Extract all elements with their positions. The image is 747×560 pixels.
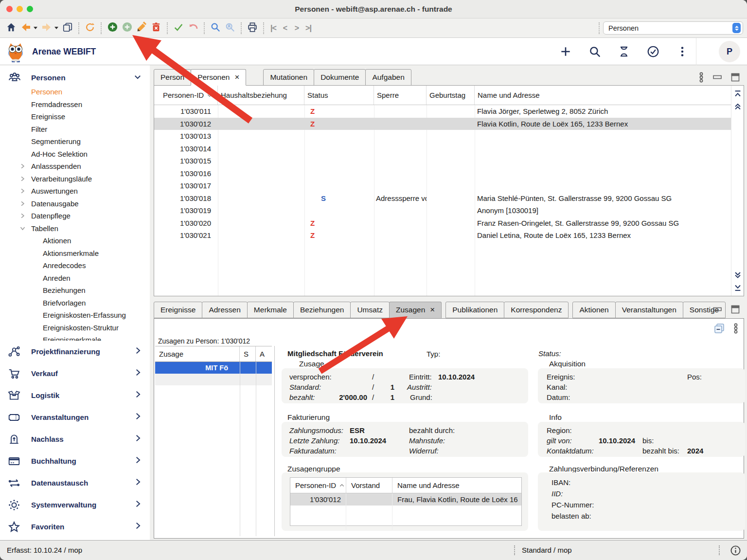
- sidebar-group-projektfinanzierung[interactable]: Projektfinanzierung: [0, 341, 150, 362]
- panel-options-dots-icon[interactable]: [733, 323, 739, 336]
- tab-mutationen[interactable]: Mutationen: [263, 69, 314, 86]
- tab-dokumente[interactable]: Dokumente: [314, 69, 366, 86]
- scroll-to-top-icon[interactable]: [733, 90, 742, 98]
- sidebar-group-nachlass[interactable]: Nachlass: [0, 428, 150, 450]
- forward-button[interactable]: [39, 21, 54, 36]
- sidebar-item-beziehungen[interactable]: Beziehungen: [0, 284, 150, 297]
- sidebar-item-datenpflege[interactable]: Datenpflege: [0, 210, 150, 222]
- tasks-check-button[interactable]: [647, 45, 659, 58]
- page-up-icon[interactable]: [733, 102, 742, 111]
- sidebar-item-ereignismerkmale[interactable]: Ereignismerkmale: [0, 334, 150, 341]
- table-row-selected[interactable]: 1'030'012ZFlavia Kotlin, Route de Loëx 1…: [154, 118, 731, 130]
- column-header-personen-id[interactable]: Personen-ID: [290, 478, 346, 493]
- table-row[interactable]: 1'030'020ZFranz Rasen-Oringelet, St. Gal…: [154, 217, 731, 230]
- tab-aktionen[interactable]: Aktionen: [572, 302, 615, 318]
- tab-publikationen[interactable]: Publikationen: [445, 302, 504, 318]
- sidebar-item-fremdadressen[interactable]: Fremdadressen: [0, 98, 150, 111]
- sidebar-item-datenausgabe[interactable]: Datenausgabe: [0, 198, 150, 210]
- tab-korrespondenz[interactable]: Korrespondenz: [504, 302, 569, 318]
- sidebar-group-buchhaltung[interactable]: Buchhaltung: [0, 450, 150, 472]
- print-button[interactable]: [245, 21, 260, 36]
- list-column-a[interactable]: A: [256, 346, 272, 361]
- new-record-button[interactable]: [105, 21, 120, 36]
- edit-button[interactable]: [134, 21, 149, 36]
- search-button[interactable]: [208, 21, 223, 36]
- sidebar-item-briefvorlagen[interactable]: Briefvorlagen: [0, 297, 150, 309]
- sidebar-item-anreden[interactable]: Anreden: [0, 272, 150, 285]
- zusagengruppe-row-selected[interactable]: 1'030'012 Frau, Flavia Kotlin, Route de …: [290, 493, 521, 506]
- zusagen-list-row-selected[interactable]: MIT Fö: [155, 362, 272, 374]
- tab-zusagen[interactable]: Zusagen×: [389, 302, 442, 318]
- info-icon[interactable]: [730, 545, 741, 558]
- sidebar-item-ereigniskosten-erfassung[interactable]: Ereigniskosten-Erfassung: [0, 309, 150, 322]
- next-record-button[interactable]: >: [291, 21, 302, 36]
- sidebar-item-ereignisse[interactable]: Ereignisse: [0, 110, 150, 123]
- column-header-geburtstag[interactable]: Geburtstag: [427, 86, 475, 105]
- column-header-personen-id[interactable]: Personen-ID: [154, 86, 218, 105]
- collapse-panel-icon[interactable]: [713, 323, 725, 336]
- kebab-menu-button[interactable]: [676, 45, 689, 58]
- sidebar-group-verkauf[interactable]: Verkauf: [0, 362, 150, 384]
- column-header-vorstand[interactable]: Vorstand: [346, 478, 392, 493]
- tab-personen[interactable]: Personen×: [191, 69, 246, 86]
- context-select[interactable]: Personen: [603, 21, 743, 35]
- history-hourglass-button[interactable]: [618, 45, 630, 58]
- sidebar-group-datenaustausch[interactable]: Datenaustausch: [0, 472, 150, 494]
- global-search-button[interactable]: [588, 45, 601, 58]
- search-person-button[interactable]: [223, 21, 237, 36]
- table-row[interactable]: 1'030'021ZDaniel Letina, Route de Loëx 1…: [154, 229, 731, 242]
- panel-options-dots-icon[interactable]: [698, 72, 704, 85]
- scroll-to-bottom-icon[interactable]: [733, 283, 742, 292]
- column-header-name-und-adresse[interactable]: Name und Adresse: [475, 86, 731, 105]
- sidebar-item-segmentierung[interactable]: Segmentierung: [0, 135, 150, 148]
- tab-beziehungen[interactable]: Beziehungen: [293, 302, 351, 318]
- sidebar-item-personen[interactable]: Personen: [0, 86, 150, 98]
- sidebar-item-verarbeitungslaeufe[interactable]: Verarbeitungsläufe: [0, 173, 150, 185]
- tab-aufgaben[interactable]: Aufgaben: [365, 69, 411, 86]
- close-tab-icon[interactable]: ×: [234, 72, 239, 82]
- column-header-name-und-adresse[interactable]: Name und Adresse: [392, 478, 521, 493]
- tab-adressen[interactable]: Adressen: [202, 302, 247, 318]
- user-avatar[interactable]: P: [719, 41, 740, 62]
- global-add-button[interactable]: [559, 45, 572, 58]
- sidebar-group-veranstaltungen[interactable]: Veranstaltungen: [0, 406, 150, 428]
- sidebar-group-systemverwaltung[interactable]: Systemverwaltung: [0, 494, 150, 516]
- panel-maximize-icon[interactable]: [730, 305, 740, 316]
- sidebar-group-favoriten[interactable]: Favoriten: [0, 516, 150, 538]
- undo-button[interactable]: [186, 21, 200, 36]
- sidebar-item-ereigniskosten-struktur[interactable]: Ereigniskosten-Struktur: [0, 322, 150, 334]
- list-column-s[interactable]: S: [240, 346, 256, 361]
- forward-history-caret[interactable]: [54, 27, 58, 29]
- column-header-sperre[interactable]: Sperre: [374, 86, 427, 105]
- refresh-button[interactable]: [83, 21, 97, 36]
- panel-maximize-icon[interactable]: [730, 72, 740, 84]
- delete-button[interactable]: [149, 21, 163, 36]
- back-history-caret[interactable]: [34, 27, 37, 29]
- previous-record-button[interactable]: <: [279, 21, 291, 36]
- tab-ereignisse[interactable]: Ereignisse: [154, 302, 202, 318]
- column-header-haushaltsbeziehung[interactable]: Haushaltsbeziehung: [218, 86, 304, 105]
- windows-button[interactable]: [60, 21, 75, 36]
- table-row[interactable]: 1'030'019Anonym [1030019]: [154, 204, 731, 217]
- sidebar-item-tabellen[interactable]: Tabellen: [0, 222, 150, 235]
- list-form-splitter[interactable]: [274, 346, 275, 536]
- table-scrollbar[interactable]: [731, 86, 744, 296]
- duplicate-record-button[interactable]: [120, 21, 134, 36]
- table-row[interactable]: 1'030'011ZFlavia Jörger, Sperletweg 2, 8…: [154, 105, 731, 118]
- sidebar-item-anredecodes[interactable]: Anredecodes: [0, 259, 150, 272]
- column-header-status[interactable]: Status: [304, 86, 374, 105]
- page-down-icon[interactable]: [733, 271, 742, 279]
- tab-umsatz[interactable]: Umsatz: [350, 302, 390, 318]
- sidebar-item-auswertungen[interactable]: Auswertungen: [0, 185, 150, 198]
- panel-minimize-icon[interactable]: [712, 73, 722, 83]
- sidebar-group-personen[interactable]: Personen: [0, 70, 150, 86]
- sidebar-group-logistik[interactable]: Logistik: [0, 384, 150, 406]
- sidebar-item-aktionsmerkmale[interactable]: Aktionsmerkmale: [0, 247, 150, 260]
- table-row[interactable]: 1'030'018SAdresssperre voMaria Stehlé-Pü…: [154, 192, 731, 205]
- table-row[interactable]: 1'030'016: [154, 167, 731, 180]
- back-button[interactable]: [18, 21, 33, 36]
- tab-merkmale[interactable]: Merkmale: [247, 302, 294, 318]
- sidebar-item-aktionen[interactable]: Aktionen: [0, 235, 150, 247]
- panel-minimize-icon[interactable]: [712, 306, 722, 315]
- sidebar-item-filter[interactable]: Filter: [0, 123, 150, 136]
